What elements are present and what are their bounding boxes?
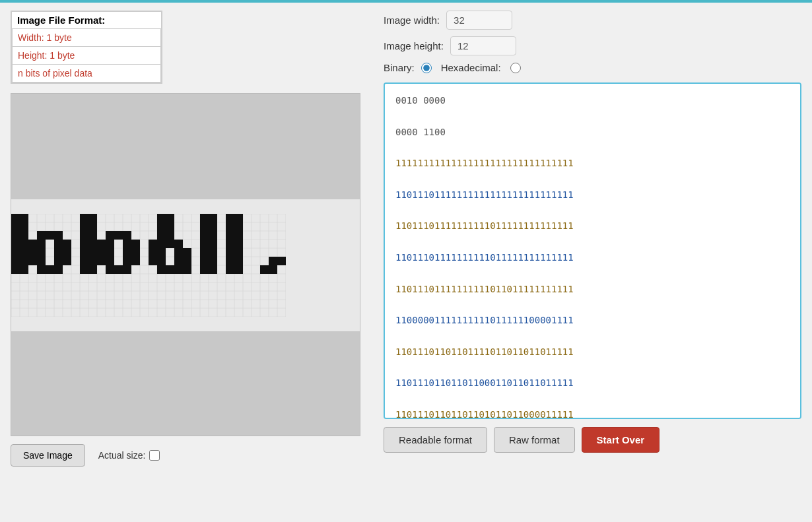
output-line: 11011101111111111011011111111111	[395, 282, 790, 298]
start-over-button[interactable]: Start Over	[582, 427, 660, 453]
left-panel: Image File Format: Width: 1 byteHeight: …	[11, 11, 370, 514]
image-preview-top	[11, 94, 360, 199]
controls-row: Image width: Image height: Binary: Hexad…	[384, 11, 801, 73]
image-preview-bottom	[11, 331, 360, 436]
save-image-button[interactable]: Save Image	[11, 444, 85, 467]
output-line: 11011101101101100011011011011111	[395, 375, 790, 391]
format-box: Image File Format: Width: 1 byteHeight: …	[11, 11, 162, 84]
output-line: 11011101111111111011111111111111	[395, 218, 790, 234]
output-line: 11011101111111111111111111111111	[395, 187, 790, 203]
binary-radio[interactable]	[421, 63, 432, 73]
output-line: 11111111111111111111111111111111	[395, 156, 790, 172]
raw-format-button[interactable]: Raw format	[494, 427, 575, 453]
image-height-control: Image height:	[384, 36, 801, 55]
binary-label: Binary:	[384, 62, 415, 73]
format-row-cell: Height: 1 byte	[13, 47, 161, 65]
image-width-control: Image width:	[384, 11, 801, 30]
radio-group: Hexadecimal:	[421, 62, 521, 73]
hexadecimal-label: Hexadecimal:	[441, 62, 501, 73]
readable-format-button[interactable]: Readable format	[384, 427, 487, 453]
output-line: 11011101101101101011011000011111	[395, 407, 790, 419]
format-row-cell: Width: 1 byte	[13, 29, 161, 47]
output-line: 11011101111111111011111111111111	[395, 250, 790, 266]
actual-size-label: Actual size:	[98, 450, 160, 461]
pixel-canvas	[11, 214, 286, 317]
right-panel: Image width: Image height: Binary: Hexad…	[384, 11, 801, 514]
hex-radio-option	[510, 63, 521, 73]
image-width-input[interactable]	[446, 11, 512, 30]
image-height-label: Image height:	[384, 40, 444, 51]
format-radio-control: Binary: Hexadecimal:	[384, 62, 801, 73]
format-title: Image File Format:	[12, 12, 161, 28]
image-height-input[interactable]	[450, 36, 516, 55]
output-line: 11011101101101111011011011011111	[395, 344, 790, 360]
pixel-art-area	[11, 199, 360, 331]
bottom-right-controls: Readable format Raw format Start Over	[384, 427, 801, 453]
actual-size-checkbox[interactable]	[149, 450, 160, 461]
image-preview-container	[11, 93, 360, 436]
output-line: 0010 0000	[395, 93, 790, 109]
binary-radio-option	[421, 63, 432, 73]
output-line: 11000001111111111011111100001111	[395, 313, 790, 329]
format-table: Width: 1 byteHeight: 1 byten bits of pix…	[12, 28, 161, 82]
binary-output: 0010 00000000 11001111111111111111111111…	[384, 82, 801, 419]
output-line: 0000 1100	[395, 125, 790, 141]
image-width-label: Image width:	[384, 15, 440, 26]
hex-radio[interactable]	[510, 63, 521, 73]
format-row-cell: n bits of pixel data	[13, 65, 161, 82]
bottom-left-controls: Save Image Actual size:	[11, 444, 370, 467]
